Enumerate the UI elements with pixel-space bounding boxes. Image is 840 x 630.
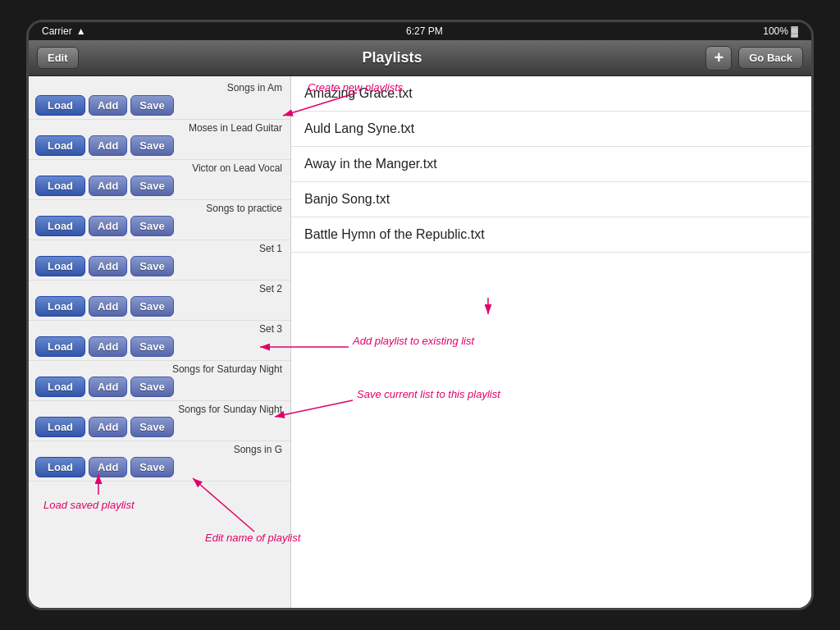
playlist-buttons-set-1: LoadAddSave (35, 256, 284, 276)
save-button-songs-saturday-night[interactable]: Save (130, 377, 173, 397)
load-button-set-3[interactable]: Load (35, 336, 85, 357)
wifi-icon: ▲ (76, 25, 86, 37)
add-button-songs-to-practice[interactable]: Add (89, 216, 127, 236)
load-button-songs-sunday-night[interactable]: Load (35, 417, 85, 437)
nav-bar: Edit Playlists + Go Back (29, 40, 811, 76)
playlist-name-set-3: Set 3 (35, 323, 284, 335)
right-panel: Amazing Grace.txtAuld Lang Syne.txtAway … (291, 76, 811, 608)
save-button-set-2[interactable]: Save (130, 296, 173, 317)
playlist-item-set-1: Set 1LoadAddSave (29, 240, 290, 281)
song-list-item[interactable]: Auld Lang Syne.txt (291, 112, 811, 147)
playlist-item-set-3: Set 3LoadAddSave (29, 321, 290, 361)
playlist-item-songs-to-practice: Songs to practiceLoadAddSave (29, 200, 290, 240)
playlist-item-songs-in-g: Songs in GLoadAddSave (29, 441, 290, 482)
load-button-songs-in-am[interactable]: Load (35, 95, 85, 116)
add-button-set-3[interactable]: Add (89, 336, 127, 357)
add-button-songs-sunday-night[interactable]: Add (89, 417, 127, 437)
playlist-item-songs-sunday-night: Songs for Sunday NightLoadAddSave (29, 401, 290, 441)
playlist-name-set-2: Set 2 (35, 283, 284, 294)
save-button-songs-in-g[interactable]: Save (130, 457, 173, 477)
playlist-buttons-songs-in-g: LoadAddSave (35, 457, 284, 477)
save-button-songs-in-am[interactable]: Save (130, 95, 173, 116)
go-back-button[interactable]: Go Back (738, 47, 803, 69)
left-panel: Songs in AmLoadAddSaveMoses in Lead Guit… (29, 76, 291, 608)
add-button-victor-lead-vocal[interactable]: Add (89, 176, 127, 196)
save-button-victor-lead-vocal[interactable]: Save (130, 176, 173, 196)
playlist-name-moses-lead-guitar: Moses in Lead Guitar (35, 122, 284, 134)
playlist-name-songs-in-g: Songs in G (35, 444, 284, 455)
song-list-item[interactable]: Amazing Grace.txt (291, 76, 811, 112)
save-button-moses-lead-guitar[interactable]: Save (130, 135, 173, 156)
save-button-songs-to-practice[interactable]: Save (130, 216, 173, 236)
save-button-set-1[interactable]: Save (130, 256, 173, 276)
playlist-buttons-set-3: LoadAddSave (35, 336, 284, 357)
playlist-item-moses-lead-guitar: Moses in Lead GuitarLoadAddSave (29, 120, 290, 160)
create-playlist-button[interactable]: + (705, 46, 732, 71)
load-button-songs-to-practice[interactable]: Load (35, 216, 85, 236)
status-left: Carrier ▲ (42, 25, 86, 37)
playlist-name-victor-lead-vocal: Victor on Lead Vocal (35, 162, 284, 174)
load-button-set-2[interactable]: Load (35, 296, 85, 317)
battery-label: 100% ▓ (763, 25, 798, 37)
playlist-name-set-1: Set 1 (35, 243, 284, 254)
add-button-set-2[interactable]: Add (89, 296, 127, 317)
save-button-set-3[interactable]: Save (130, 336, 173, 357)
add-button-songs-in-g[interactable]: Add (89, 457, 127, 477)
playlist-item-songs-in-am: Songs in AmLoadAddSave (29, 80, 290, 120)
status-time: 6:27 PM (406, 25, 443, 37)
add-button-songs-saturday-night[interactable]: Add (89, 377, 127, 397)
load-button-songs-saturday-night[interactable]: Load (35, 377, 85, 397)
save-button-songs-sunday-night[interactable]: Save (130, 417, 173, 437)
load-button-songs-in-g[interactable]: Load (35, 457, 85, 477)
add-button-songs-in-am[interactable]: Add (89, 95, 127, 116)
add-button-moses-lead-guitar[interactable]: Add (89, 135, 127, 156)
playlist-name-songs-sunday-night: Songs for Sunday Night (35, 404, 284, 415)
nav-title: Playlists (85, 49, 700, 66)
playlist-buttons-songs-sunday-night: LoadAddSave (35, 417, 284, 437)
playlist-buttons-songs-saturday-night: LoadAddSave (35, 377, 284, 397)
playlist-buttons-songs-to-practice: LoadAddSave (35, 216, 284, 236)
status-bar: Carrier ▲ 6:27 PM 100% ▓ (29, 22, 811, 40)
playlist-buttons-moses-lead-guitar: LoadAddSave (35, 135, 284, 156)
playlist-buttons-set-2: LoadAddSave (35, 296, 284, 317)
load-button-moses-lead-guitar[interactable]: Load (35, 135, 85, 156)
main-content: Songs in AmLoadAddSaveMoses in Lead Guit… (29, 76, 811, 608)
load-button-victor-lead-vocal[interactable]: Load (35, 176, 85, 196)
status-right: 100% ▓ (763, 25, 798, 37)
playlist-buttons-victor-lead-vocal: LoadAddSave (35, 176, 284, 196)
add-button-set-1[interactable]: Add (89, 256, 127, 276)
playlist-name-songs-in-am: Songs in Am (35, 82, 284, 94)
playlist-item-songs-saturday-night: Songs for Saturday NightLoadAddSave (29, 361, 290, 401)
playlist-name-songs-to-practice: Songs to practice (35, 203, 284, 214)
song-list-item[interactable]: Battle Hymn of the Republic.txt (291, 217, 811, 253)
song-list-item[interactable]: Banjo Song.txt (291, 182, 811, 217)
playlist-item-victor-lead-vocal: Victor on Lead VocalLoadAddSave (29, 160, 290, 200)
song-list-item[interactable]: Away in the Manger.txt (291, 147, 811, 182)
carrier-label: Carrier (42, 25, 72, 37)
playlist-item-set-2: Set 2LoadAddSave (29, 281, 290, 321)
load-button-set-1[interactable]: Load (35, 256, 85, 276)
playlist-name-songs-saturday-night: Songs for Saturday Night (35, 363, 284, 375)
edit-button[interactable]: Edit (37, 47, 79, 69)
playlist-buttons-songs-in-am: LoadAddSave (35, 95, 284, 116)
